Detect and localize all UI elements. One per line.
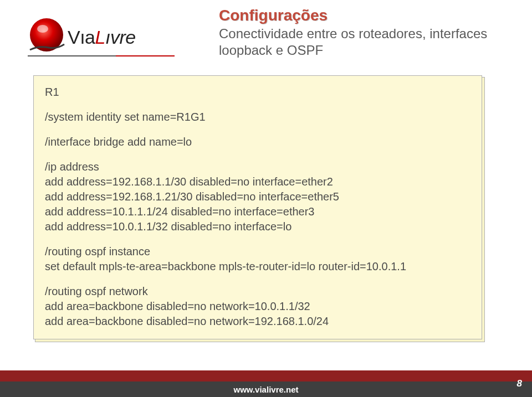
brand-logo: Vıa L ıvre [28, 17, 136, 54]
cmd-ip-line: add address=10.0.1.1/32 disabled=no inte… [45, 219, 470, 234]
config-panel: R1 /system identity set name=R1G1 /inter… [33, 75, 482, 339]
logo-word-via: Vıa [68, 27, 95, 48]
footer-url: www.vialivre.net [234, 385, 299, 394]
logo-word-ivre: ıvre [105, 27, 136, 48]
router-label: R1 [45, 85, 470, 100]
logo-underline [28, 55, 175, 56]
cmd-identity: /system identity set name=R1G1 [45, 110, 470, 125]
logo-text: Vıa L ıvre [68, 27, 136, 48]
page-number: 8 [517, 378, 522, 389]
footer-accent-bar [0, 370, 532, 381]
cmd-bridge: /interface bridge add name=lo [45, 135, 470, 149]
footer-bar: www.vialivre.net [0, 381, 532, 397]
slide-title: Configurações [219, 7, 518, 24]
footer: www.vialivre.net 8 [0, 370, 532, 397]
cmd-ospf-network-line: add area=backbone disabled=no network=19… [45, 314, 470, 329]
logo-letter-l: L [95, 27, 105, 48]
cmd-ospf-instance-header: /routing ospf instance [45, 244, 470, 259]
cmd-ip-line: add address=10.1.1.1/24 disabled=no inte… [45, 204, 470, 219]
cmd-ip-header: /ip address [45, 159, 470, 174]
cmd-ip-line: add address=192.168.1.1/30 disabled=no i… [45, 174, 470, 189]
cmd-ip-line: add address=192.168.1.21/30 disabled=no … [45, 189, 470, 204]
cmd-ospf-instance-line: set default mpls-te-area=backbone mpls-t… [45, 259, 470, 274]
cmd-ospf-network-line: add area=backbone disabled=no network=10… [45, 299, 470, 314]
cmd-ospf-network-header: /routing ospf network [45, 284, 470, 299]
logo-mark [28, 17, 65, 54]
slide-subtitle: Conectividade entre os roteadores, inter… [219, 25, 518, 59]
slide-header: Configurações Conectividade entre os rot… [219, 7, 518, 59]
svg-point-1 [37, 25, 48, 33]
